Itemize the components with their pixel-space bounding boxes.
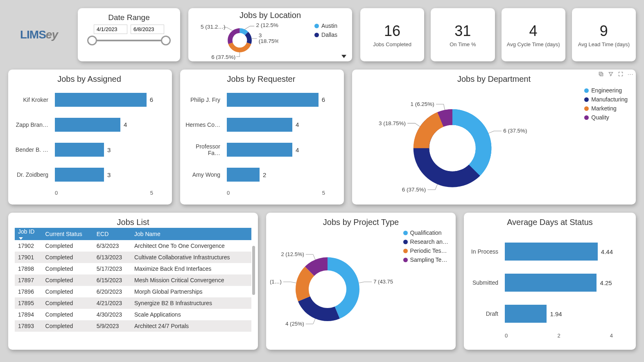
cell: Architect One To One Convergence <box>131 240 251 252</box>
jobs-by-requester-card: Jobs by Requester Philip J. FryHermes Co… <box>180 70 344 205</box>
proj-legend-1[interactable]: Research an… <box>403 238 448 245</box>
brand-suffix: ey <box>46 28 58 41</box>
bar[interactable] <box>227 118 292 132</box>
bar[interactable] <box>227 168 260 182</box>
table-row[interactable]: 17893Completed5/9/2023Architect 24/7 Por… <box>15 320 251 332</box>
axis-tick: 4 <box>610 333 613 341</box>
loc-label-3: 5 (31.2…) <box>201 24 226 30</box>
kpi-jobs-completed: 16 Jobs Completed <box>360 8 424 61</box>
date-slider[interactable] <box>92 40 166 41</box>
col-header[interactable]: Job ID <box>15 228 42 240</box>
kpi-lead-time: 9 Avg Lead Time (days) <box>572 8 636 61</box>
table-row[interactable]: 17901Completed6/13/2023Cultivate Collabo… <box>15 252 251 263</box>
jobs-by-requester-title: Jobs by Requester <box>183 72 340 85</box>
brand-logo: LIMSey <box>8 8 70 61</box>
dept-legend-0b[interactable]: Engineering <box>584 87 628 94</box>
table-row[interactable]: 17894Completed4/30/2023Scale Application… <box>15 309 251 320</box>
bar-value: 6 <box>150 96 153 103</box>
loc-label-2: 6 (37.5%) <box>211 54 235 60</box>
col-header[interactable]: Job Name <box>131 228 251 240</box>
proj-legend-0[interactable]: Qualification <box>403 229 448 236</box>
cell: 17895 <box>15 297 42 309</box>
cell: Scale Applications <box>131 309 251 320</box>
bar[interactable] <box>55 118 120 132</box>
bar[interactable] <box>227 93 319 107</box>
table-row[interactable]: 17896Completed6/20/2023Morph Global Part… <box>15 286 251 297</box>
slice-label: 3 (1…) <box>270 279 282 285</box>
axis-tick: 0 <box>55 190 58 198</box>
loc-legend-0[interactable]: Austin <box>314 22 337 29</box>
dept-legend-2b[interactable]: Marketing <box>584 105 628 112</box>
cell: Cultivate Collaborative Infrastructures <box>131 252 251 263</box>
proj-legend-3[interactable]: Sampling Te… <box>403 256 448 263</box>
cell: 6/20/2023 <box>93 286 131 297</box>
cell: Architect 24/7 Portals <box>131 320 251 332</box>
cell: Completed <box>42 320 93 332</box>
axis-tick: 0 <box>227 190 230 198</box>
cell: 4/21/2023 <box>93 297 131 309</box>
donut-slice[interactable] <box>452 109 491 176</box>
loc-legend-1[interactable]: Dallas <box>314 31 337 38</box>
donut-slice[interactable] <box>414 112 443 148</box>
proj-legend-2[interactable]: Periodic Tes… <box>403 247 448 254</box>
dot-icon <box>403 258 408 262</box>
loc-label-0: 2 (12.5%) <box>256 22 278 28</box>
copy-icon[interactable] <box>598 71 604 77</box>
cell: Morph Global Partnerships <box>131 286 251 297</box>
bar[interactable] <box>227 143 292 157</box>
bar[interactable] <box>505 243 598 261</box>
kpi-cycle-time: 4 Avg Cycle Time (days) <box>502 8 565 61</box>
date-range-title: Date Range <box>108 11 149 23</box>
avg-days-card: Average Days at Status In ProcessSubmitt… <box>464 213 636 350</box>
cell: Synergize B2 B Infrastructures <box>131 297 251 309</box>
cell: Completed <box>42 240 93 252</box>
date-end-input[interactable] <box>131 25 164 34</box>
dept-legend-3b[interactable]: Quality <box>584 114 628 121</box>
table-row[interactable]: 17902Completed6/3/2023Architect One To O… <box>15 240 251 252</box>
pin-icon[interactable] <box>588 71 594 77</box>
bar-label: Kif Kroker <box>11 92 52 108</box>
col-header[interactable]: Current Status <box>42 228 93 240</box>
bar-value: 4 <box>296 121 299 128</box>
sort-desc-icon <box>19 237 23 240</box>
bar-value: 4 <box>124 121 127 128</box>
scrollbar[interactable] <box>252 246 255 295</box>
jobs-table: Job IDCurrent StatusECDJob Name 17902Com… <box>15 228 251 332</box>
legend-expand-icon[interactable] <box>341 55 346 58</box>
slider-handle-start[interactable] <box>87 36 97 45</box>
bar-value: 4.25 <box>600 279 612 286</box>
bar-label: Hermes Co… <box>183 117 224 133</box>
cell: 17894 <box>15 309 42 320</box>
table-row[interactable]: 17897Completed6/15/2023Mesh Mission Crit… <box>15 274 251 286</box>
jobs-by-assigned-card: Jobs by Assigned Kif KrokerZapp Bran…Ben… <box>8 70 172 205</box>
cell: 17896 <box>15 286 42 297</box>
avg-chart: In ProcessSubmittedDraft4.444.251.94024 <box>466 228 633 347</box>
bar[interactable] <box>505 274 597 292</box>
slider-handle-end[interactable] <box>161 36 171 45</box>
table-row[interactable]: 17895Completed4/21/2023Synergize B2 B In… <box>15 297 251 309</box>
dept-legend-1b[interactable]: Manufacturing <box>584 96 628 103</box>
cell: 17898 <box>15 263 42 274</box>
cell: 6/3/2023 <box>93 240 131 252</box>
dot-icon <box>584 97 589 102</box>
date-start-input[interactable] <box>94 25 127 34</box>
more-icon[interactable]: ··· <box>628 71 633 77</box>
table-row[interactable]: 17898Completed5/17/2023Maximize Back End… <box>15 263 251 274</box>
donut-slice[interactable] <box>414 148 480 187</box>
bar[interactable] <box>505 305 547 323</box>
slice-label: 2 (12.5%) <box>281 251 304 257</box>
slice-label: 4 (25%) <box>285 321 304 327</box>
bar[interactable] <box>55 168 104 182</box>
bar[interactable] <box>55 93 147 107</box>
bar[interactable] <box>55 143 104 157</box>
filter-icon[interactable] <box>608 71 614 77</box>
bar-label: Philip J. Fry <box>183 92 224 108</box>
jobs-by-location-title: Jobs by Location <box>188 8 352 21</box>
cell: Completed <box>42 252 93 263</box>
col-header[interactable]: ECD <box>93 228 131 240</box>
donut-slice[interactable] <box>298 297 340 321</box>
slice-label: 7 (43.75%) <box>373 279 393 285</box>
focus-icon[interactable] <box>618 71 624 77</box>
dot-icon <box>403 240 408 244</box>
brand-prefix: LIMS <box>20 28 46 41</box>
